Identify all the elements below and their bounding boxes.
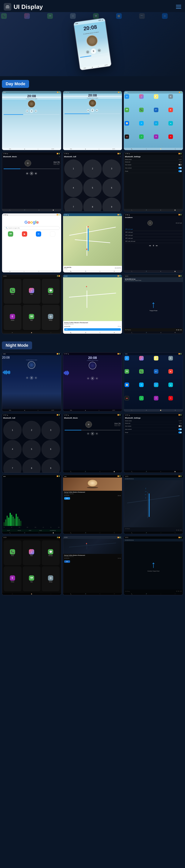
num-9[interactable]: 9 <box>41 459 60 473</box>
play[interactable]: ⏸ <box>30 109 33 113</box>
bottom-bar[interactable]: 📞🎵⚙🗺 <box>124 332 183 334</box>
prev-ctrl-night[interactable]: ⏮ <box>176 529 178 531</box>
nav-hamburger-icon[interactable] <box>176 5 181 9</box>
carplay-music-night[interactable]: ♪ Music <box>23 540 41 565</box>
carplay-messages[interactable]: 💬 Messages <box>42 279 60 304</box>
go-button[interactable]: GO <box>64 328 121 331</box>
weather[interactable]: ☁ <box>168 382 173 387</box>
num-7[interactable]: 7 <box>3 459 22 473</box>
play-n[interactable]: ▶ <box>178 590 180 592</box>
list-item-4[interactable]: 华平_020.mp3 <box>125 237 182 240</box>
next[interactable]: ⏭ <box>96 377 98 380</box>
bottom-bar[interactable]: 📞🎵⚙📋 <box>124 270 183 272</box>
prev-n[interactable]: ⏮ <box>176 590 178 592</box>
bottom-bar[interactable]: ⬅🏠⋯ <box>2 593 61 595</box>
prev[interactable]: ⏮ <box>87 377 89 380</box>
num-6[interactable]: 6 <box>102 179 121 197</box>
music-icon[interactable]: ♪ <box>139 94 144 99</box>
bottom-bar[interactable]: 📞🎵⚙🗺 <box>63 270 122 272</box>
phone-icon[interactable]: 📞 <box>139 107 144 112</box>
waze-icon[interactable]: W <box>139 121 144 126</box>
list-item-3[interactable]: 华平_019.mp3 <box>125 234 182 237</box>
num-4[interactable]: 4 <box>3 440 22 459</box>
youtube-shortcut[interactable]: ▶ <box>22 231 27 237</box>
youtube-icon[interactable]: ▶ <box>168 107 173 112</box>
telegram[interactable]: ✈ <box>125 356 129 361</box>
carplay-podcast-night[interactable]: 🎙 Podcast <box>4 566 22 591</box>
go-btn-night-2[interactable]: GO <box>64 560 70 563</box>
safari-icon[interactable]: 🧭 <box>125 121 129 126</box>
num-3[interactable]: 3 <box>41 421 60 439</box>
google-search-bar[interactable]: 🔍 Search or type URL <box>4 226 60 230</box>
netflix-icon[interactable]: N <box>168 134 173 139</box>
prev-ctrl[interactable]: ⏮ <box>149 245 151 247</box>
weather-icon[interactable]: ☁ <box>168 121 173 126</box>
bottom-bar[interactable]: 📞🎵⚙🗺 <box>124 593 183 595</box>
notes-icon[interactable]: 📝 <box>154 94 158 99</box>
preset-2[interactable]: ROCK <box>18 530 21 531</box>
waze[interactable]: W <box>139 382 144 387</box>
play-mini[interactable]: ▶ <box>178 329 180 331</box>
settings[interactable]: ⚙ <box>168 356 173 361</box>
preset-4[interactable]: JAZZ <box>39 530 42 531</box>
auto-answer-toggle[interactable] <box>178 164 182 166</box>
prev-btn[interactable]: ⏮ <box>86 50 89 54</box>
carplay-music[interactable]: ♪ Music <box>23 279 41 304</box>
play[interactable]: ⏸ <box>90 376 95 380</box>
list-item-2[interactable]: 华平_018.mp3 <box>125 231 182 234</box>
carplay-settings[interactable]: ⚙ Settings <box>42 305 60 330</box>
bt-icon[interactable]: BT <box>154 107 158 112</box>
play[interactable]: ⏸ <box>30 172 33 175</box>
num-6[interactable]: 6 <box>41 440 60 459</box>
bottom-bar[interactable]: DIAL◀▷AUTO <box>2 409 61 411</box>
podcast-icon[interactable]: 🎙 <box>154 134 158 139</box>
next-ctrl[interactable]: ⏭ <box>156 245 158 247</box>
num-5[interactable]: 5 <box>83 179 102 197</box>
num-4[interactable]: 4 <box>64 179 83 197</box>
drive-shortcut[interactable]: △ <box>50 231 55 237</box>
next-btn[interactable]: ⏭ <box>98 49 101 52</box>
bottom-bar[interactable]: 📞🎵⚙📋 <box>63 470 122 473</box>
next[interactable]: ⏭ <box>34 376 37 379</box>
carplay-maps-night[interactable]: 🗺 Maps <box>23 566 41 591</box>
play[interactable]: ⏸ <box>90 108 95 112</box>
bottom-bar[interactable]: 📞🎵⚙🗺 <box>124 532 183 534</box>
num-9[interactable]: 9 <box>102 197 121 211</box>
telegram-icon[interactable]: ✈ <box>125 94 129 99</box>
carplay-phone-night[interactable]: 📞 Phone <box>4 540 22 565</box>
play-pause-btn[interactable]: ⏸ <box>90 48 97 54</box>
gmail-shortcut[interactable]: ✉ <box>36 231 41 237</box>
next[interactable]: ⏭ <box>34 172 37 175</box>
num-8[interactable]: 8 <box>83 197 102 211</box>
go-button-night[interactable]: GO <box>64 497 70 500</box>
youtube[interactable]: ▶ <box>168 369 173 374</box>
num-5[interactable]: 5 <box>22 440 41 459</box>
play-ctrl-night[interactable]: ▶ <box>178 529 180 531</box>
maps-shortcut[interactable]: 🗺 <box>8 231 13 237</box>
safari[interactable]: 🧭 <box>125 382 129 387</box>
carplay-phone[interactable]: 📞 Phone <box>4 279 22 304</box>
maps[interactable]: 🗺 <box>125 369 129 374</box>
prev[interactable]: ⏮ <box>87 432 89 435</box>
num-2[interactable]: 2 <box>22 421 41 439</box>
list-item-1[interactable]: 华平_017.mp3 <box>125 228 182 231</box>
prev[interactable]: ⏮ <box>87 109 89 112</box>
play[interactable]: ⏸ <box>90 432 95 435</box>
num-3[interactable]: 3 <box>102 159 121 178</box>
preset-5[interactable]: CLASSICAL <box>50 530 56 531</box>
num-1[interactable]: 1 <box>64 159 83 178</box>
play[interactable]: ⏸ <box>30 376 33 380</box>
bottom-bar[interactable]: 📞🎵⚙🗺 <box>63 532 122 534</box>
notes[interactable]: 📝 <box>154 356 158 361</box>
menu-icon[interactable] <box>4 3 11 10</box>
num-2[interactable]: 2 <box>83 159 102 178</box>
music[interactable]: ♪ <box>139 356 144 361</box>
preset-3[interactable]: POP <box>29 530 31 531</box>
num-8[interactable]: 8 <box>22 459 41 473</box>
next-ctrl-night[interactable]: ⏭ <box>180 529 182 531</box>
bottom-bar[interactable]: 📞✉🧭⚙ <box>124 148 183 150</box>
num-7[interactable]: 7 <box>64 197 83 211</box>
carplay-podcast[interactable]: 🎙 Podcast <box>4 305 22 330</box>
power-toggle[interactable] <box>178 170 182 172</box>
carplay-icon[interactable]: 🚗 <box>125 134 129 139</box>
